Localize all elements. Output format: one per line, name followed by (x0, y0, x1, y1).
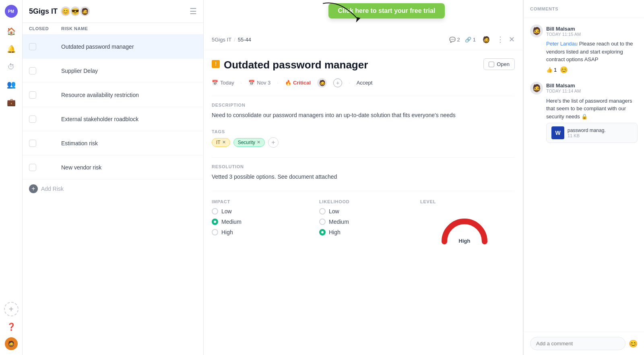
breadcrumb-id: 55-44 (238, 37, 251, 43)
gauge-svg: High (438, 211, 491, 244)
reaction-thumbs-up[interactable]: 👍 1 (546, 67, 557, 73)
level-label: LEVEL (420, 199, 508, 204)
add-tag-button[interactable]: + (268, 137, 279, 148)
likelihood-medium[interactable]: Medium (319, 219, 407, 225)
impact-high-radio[interactable] (212, 229, 218, 235)
impact-high[interactable]: High (212, 229, 306, 235)
impact-low-label: Low (221, 208, 232, 215)
comment-input[interactable] (530, 337, 625, 350)
impact-low[interactable]: Low (212, 208, 306, 215)
likelihood-low-radio[interactable] (319, 208, 326, 215)
open-label: Open (497, 61, 510, 67)
reaction-count: 1 (554, 67, 557, 73)
risk-table-header: CLOSED RISK NAME (23, 23, 203, 35)
impact-medium[interactable]: Medium (212, 219, 306, 225)
risk-checkbox[interactable] (29, 164, 36, 171)
user-avatar-icon[interactable]: 🧔 (5, 337, 18, 350)
risk-checkbox[interactable] (29, 67, 36, 74)
likelihood-high-label: High (329, 229, 341, 235)
nav-briefcase-icon[interactable]: 💼 (4, 95, 19, 109)
risk-list: Outdated password manager Supplier Delay… (23, 35, 203, 180)
impact-medium-radio[interactable] (212, 219, 218, 225)
thumbs-up-icon: 👍 (546, 67, 553, 73)
emoji-picker-button[interactable]: 😊 (629, 339, 638, 348)
likelihood-high[interactable]: High (319, 229, 407, 235)
close-button[interactable]: ✕ (509, 35, 515, 44)
more-options-icon[interactable]: ⋮ (497, 35, 504, 44)
header-risk-name: RISK NAME (61, 26, 197, 31)
risk-row[interactable]: Supplier Delay (23, 59, 203, 83)
add-workspace-button[interactable]: + (4, 302, 19, 316)
tag-it-label: IT (216, 140, 221, 145)
file-attachment[interactable]: W password manag. 11 KB (546, 123, 638, 143)
risk-row[interactable]: Estimation risk (23, 131, 203, 155)
risk-name: New vendor risk (61, 164, 197, 171)
tag-it-remove[interactable]: ✕ (222, 140, 226, 145)
comment-author-2: Bill Malsam (546, 83, 581, 89)
comment-count-action[interactable]: 💬 2 (449, 37, 460, 43)
start-date-meta[interactable]: 📅 Today (212, 80, 234, 86)
tag-security[interactable]: Security ✕ (233, 138, 265, 147)
likelihood-high-radio[interactable] (319, 229, 326, 235)
risk-checkbox[interactable] (29, 116, 36, 123)
risk-row[interactable]: Outdated password manager (23, 35, 203, 59)
due-date: Nov 3 (257, 80, 270, 86)
impact-medium-label: Medium (221, 219, 242, 225)
risk-closed-col (29, 140, 61, 147)
nav-clock-icon[interactable]: ⏱ (4, 60, 19, 74)
likelihood-medium-radio[interactable] (319, 219, 326, 225)
risk-closed-col (29, 91, 61, 99)
severity-badge[interactable]: 🔥 Critical (285, 80, 311, 86)
add-assignee-button[interactable]: + (333, 78, 342, 87)
calendar-due-icon: 📅 (248, 80, 255, 86)
nav-notifications-icon[interactable]: 🔔 (4, 42, 19, 56)
meta-row: 📅 Today · 📅 Nov 3 · 🔥 Critical 🧔 + · Acc… (212, 78, 515, 88)
divider-2 (212, 157, 515, 158)
risk-title-area: ! Outdated password manager (212, 58, 368, 72)
meta-dot-1: · (241, 80, 242, 86)
risk-closed-col (29, 67, 61, 74)
risk-row[interactable]: New vendor risk (23, 155, 203, 180)
risk-checkbox[interactable] (29, 91, 36, 99)
impact-low-radio[interactable] (212, 208, 218, 215)
open-status-button[interactable]: Open (483, 58, 515, 70)
nav-home-icon[interactable]: 🏠 (4, 24, 19, 39)
description-text: Need to consolidate our password manager… (212, 111, 515, 120)
header-closed: CLOSED (29, 26, 61, 31)
breadcrumb-workspace: 5Gigs IT (212, 37, 231, 43)
tag-security-remove[interactable]: ✕ (257, 140, 260, 145)
link-count-action[interactable]: 🔗 1 (465, 37, 476, 43)
risk-checkbox[interactable] (29, 43, 36, 50)
risk-name: External stakeholder roadblock (61, 116, 197, 122)
risk-metrics: IMPACT Low Medium High (212, 191, 515, 244)
add-risk-circle-icon: + (29, 184, 38, 193)
tags-section: TAGS IT ✕ Security ✕ + (212, 129, 515, 148)
likelihood-low-label: Low (329, 208, 339, 215)
start-date: Today (220, 80, 234, 86)
likelihood-low[interactable]: Low (319, 208, 407, 215)
impact-label: IMPACT (212, 199, 306, 204)
nav-question-icon[interactable]: ❓ (4, 320, 19, 334)
nav-people-icon[interactable]: 👥 (4, 77, 19, 92)
accept-button[interactable]: Accept (357, 80, 373, 86)
risk-row[interactable]: Resource availability restriction (23, 83, 203, 107)
risk-closed-col (29, 43, 61, 50)
add-risk-button[interactable]: + Add Risk (23, 180, 203, 198)
add-risk-label: Add Risk (41, 186, 64, 192)
calendar-icon: 📅 (212, 80, 218, 86)
assignee-avatar[interactable]: 🧔 (317, 78, 327, 88)
comment-avatar-1: 🧔 (530, 25, 543, 37)
risk-row[interactable]: External stakeholder roadblock (23, 107, 203, 131)
risk-checkbox[interactable] (29, 140, 36, 147)
link-count: 1 (473, 37, 476, 43)
due-date-meta[interactable]: 📅 Nov 3 (248, 80, 270, 86)
comments-panel: COMMENTS 🧔 Bill Malsam TODAY 11:15 AM Pe… (523, 0, 644, 355)
add-reaction-button-1[interactable]: 😊 (560, 66, 568, 74)
cta-arrow-icon (316, 0, 365, 24)
tag-it[interactable]: IT ✕ (212, 138, 230, 147)
icon-bar: PM 🏠 🔔 ⏱ 👥 💼 + ❓ 🧔 (0, 0, 23, 355)
comment-body-1: Peter Landau Please reach out to the ven… (530, 40, 638, 64)
risk-main-title: Outdated password manager (224, 58, 368, 72)
comment-header-1: 🧔 Bill Malsam TODAY 11:15 AM (530, 25, 638, 37)
sidebar-menu-icon[interactable]: ☰ (190, 6, 197, 16)
